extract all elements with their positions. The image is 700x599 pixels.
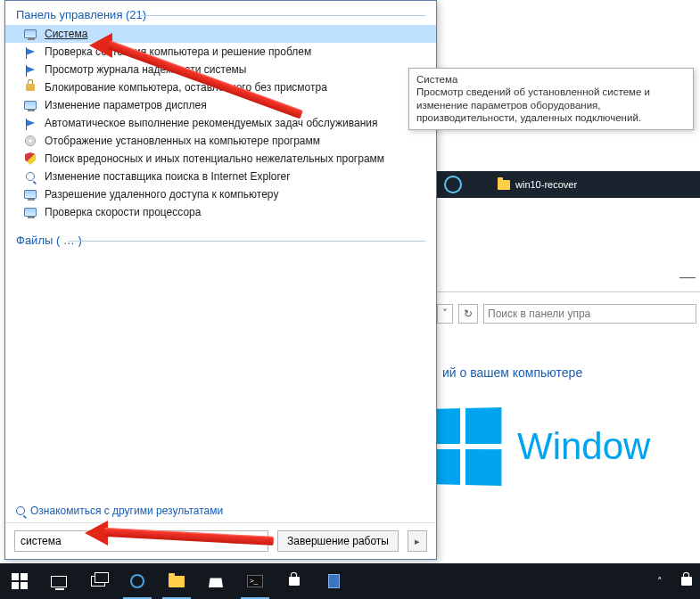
search-result-label: Проверка состояния компьютера и решение … [45, 45, 311, 58]
search-result-label: Просмотр журнала надежности системы [45, 63, 246, 76]
start-button[interactable] [0, 563, 39, 599]
folder-icon [498, 180, 510, 190]
search-result-item[interactable]: Изменение поставщика поиска в Internet E… [5, 168, 436, 185]
taskbar-monitor[interactable] [39, 563, 78, 599]
search-result-label: Изменение параметров дисплея [45, 99, 207, 111]
search-result-label: Блокирование компьютера, оставленного бе… [45, 81, 327, 94]
search-result-item[interactable]: Проверка скорости процессора [5, 203, 436, 221]
search-result-item[interactable]: Поиск вредоносных и иных потенциально не… [5, 150, 436, 168]
clear-search-button[interactable]: ✕ [248, 535, 264, 547]
search-query-box[interactable]: ✕ [14, 530, 268, 552]
monitor-icon [23, 187, 37, 201]
search-result-label: Изменение поставщика поиска в Internet E… [45, 170, 290, 183]
shutdown-options-button[interactable]: ▸ [408, 530, 427, 552]
monitor-icon [23, 27, 37, 41]
search-result-item[interactable]: Блокирование компьютера, оставленного бе… [5, 78, 436, 96]
explorer-header-strip: win10-recover [437, 171, 700, 198]
flag-icon [23, 62, 37, 77]
more-results-link[interactable]: Ознакомиться с другими результатами [5, 499, 436, 522]
lock-icon [681, 577, 692, 586]
address-dropdown[interactable]: ˅ [437, 304, 453, 324]
task-view-icon [91, 576, 105, 587]
search-icon [16, 506, 25, 515]
search-result-label: Система [45, 28, 87, 40]
tray-lock[interactable] [673, 563, 700, 599]
search-result-item[interactable]: Изменение параметров дисплея [5, 96, 436, 114]
taskbar-store[interactable] [196, 563, 235, 599]
flag-icon [23, 45, 37, 59]
taskbar-explorer[interactable] [157, 563, 196, 599]
address-bar-row: ˅ ↻ Поиск в панели упра [437, 301, 700, 326]
about-computer-link[interactable]: ий о вашем компьютере [442, 365, 582, 380]
folder-icon [169, 576, 185, 587]
windows-wordmark: Window [517, 425, 650, 468]
folder-label: win10-recover [515, 179, 577, 190]
search-result-item[interactable]: Система [5, 25, 436, 43]
window-controls-row: — [437, 267, 700, 292]
search-result-item[interactable]: Проверка состояния компьютера и решение … [5, 43, 436, 61]
control-panel-search[interactable]: Поиск в панели упра [483, 304, 696, 324]
disc-icon [23, 134, 37, 148]
flag-icon [23, 116, 37, 130]
store-icon [209, 575, 223, 587]
shield-icon [23, 152, 37, 166]
minimize-button[interactable]: — [675, 272, 700, 288]
search-input[interactable] [19, 534, 248, 548]
search-result-item[interactable]: Просмотр журнала надежности системы [5, 61, 436, 78]
windows-logo-icon [426, 407, 502, 486]
shutdown-button[interactable]: Завершение работы [277, 530, 399, 552]
start-search-panel: Панель управления (21) СистемаПроверка с… [4, 0, 437, 560]
lock-icon [289, 577, 300, 586]
search-result-label: Отображение установленных на компьютере … [45, 135, 320, 147]
monitor-icon [23, 98, 37, 112]
taskbar-ie[interactable] [118, 563, 157, 599]
monitor-icon [51, 576, 67, 587]
windows-branding: Window [424, 408, 650, 485]
taskbar-lock[interactable] [275, 563, 314, 599]
taskbar-calc[interactable] [314, 563, 353, 599]
files-empty-area [5, 249, 436, 499]
files-section-header: Файлы ( … ) [5, 226, 436, 249]
tooltip: Система Просмотр сведений об установленн… [408, 68, 694, 130]
control-panel-section-header: Панель управления (21) [5, 1, 436, 23]
windows-start-icon [12, 573, 28, 589]
search-result-label: Проверка скорости процессора [45, 206, 201, 218]
search-results-list: СистемаПроверка состояния компьютера и р… [5, 23, 436, 226]
search-result-label: Автоматическое выполнение рекомендуемых … [45, 117, 377, 129]
task-view-button[interactable] [78, 563, 118, 599]
tooltip-title: Система [416, 73, 686, 86]
monitor-icon [23, 205, 37, 219]
tooltip-body: Просмотр сведений об установленной систе… [416, 86, 686, 124]
ie-icon [444, 176, 462, 193]
lock-icon [23, 80, 37, 94]
search-footer-row: ✕ Завершение работы ▸ [5, 522, 436, 559]
calculator-icon [328, 574, 340, 588]
refresh-button[interactable]: ↻ [458, 304, 478, 324]
chevron-up-icon: ˄ [657, 576, 663, 587]
tray-overflow[interactable]: ˄ [646, 563, 673, 599]
search-result-item[interactable]: Разрешение удаленного доступа к компьюте… [5, 185, 436, 203]
search-result-label: Разрешение удаленного доступа к компьюте… [45, 188, 278, 201]
cmd-icon: >_ [247, 575, 263, 587]
taskbar-tray: ˄ [646, 563, 700, 599]
mag-icon [23, 169, 37, 184]
ie-icon [130, 574, 144, 588]
taskbar: >_ ˄ [0, 563, 700, 599]
search-result-item[interactable]: Автоматическое выполнение рекомендуемых … [5, 114, 436, 132]
more-results-label: Ознакомиться с другими результатами [30, 505, 223, 517]
taskbar-cmd[interactable]: >_ [235, 563, 275, 599]
search-result-label: Поиск вредоносных и иных потенциально не… [45, 152, 384, 165]
search-result-item[interactable]: Отображение установленных на компьютере … [5, 132, 436, 150]
